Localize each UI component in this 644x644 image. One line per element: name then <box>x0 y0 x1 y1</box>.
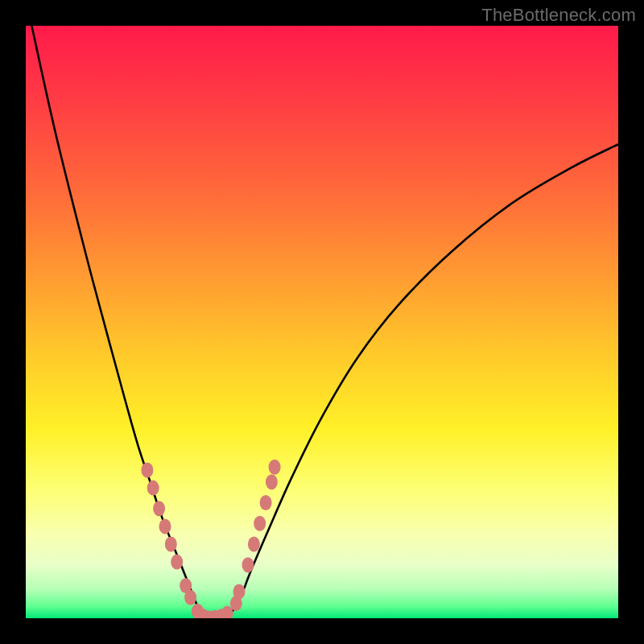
curve-left-branch <box>31 26 203 618</box>
curve-marker-dot <box>266 474 278 489</box>
curve-markers <box>141 460 280 618</box>
curve-marker-dot <box>159 518 171 534</box>
watermark-text: TheBottleneck.com <box>481 5 636 26</box>
curve-marker-dot <box>242 557 254 572</box>
curve-svg <box>26 26 618 618</box>
curve-marker-dot <box>171 555 183 570</box>
curve-marker-dot <box>147 481 159 496</box>
curve-marker-dot <box>269 460 281 475</box>
curve-marker-dot <box>184 590 196 605</box>
curve-marker-dot <box>260 495 272 510</box>
curve-marker-dot <box>165 537 177 552</box>
curve-marker-dot <box>233 584 246 599</box>
curve-marker-dot <box>153 501 165 516</box>
chart-plot-area <box>26 26 618 618</box>
curve-marker-dot <box>141 463 153 478</box>
curve-right-branch <box>227 144 618 618</box>
curve-marker-dot <box>254 516 266 531</box>
curve-marker-dot <box>248 537 260 552</box>
